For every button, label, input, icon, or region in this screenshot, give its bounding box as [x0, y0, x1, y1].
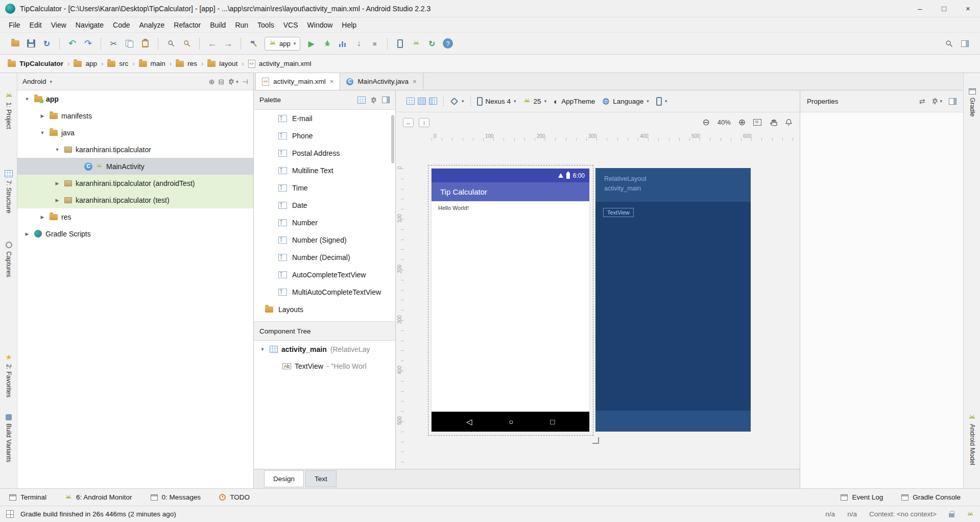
- expand-arrow-icon[interactable]: ▶: [54, 198, 61, 203]
- gradle-console-button[interactable]: Gradle Console: [901, 493, 961, 501]
- toolwindow-layout-icon[interactable]: [961, 40, 969, 47]
- stripe-captures-button[interactable]: Captures: [0, 242, 17, 277]
- palette-item-autocompletetextview[interactable]: AutoCompleteTextView: [254, 266, 395, 283]
- zoom-to-fit-icon[interactable]: [753, 119, 761, 126]
- language-select[interactable]: Language ▾: [602, 98, 649, 105]
- swap-views-button[interactable]: ⇄: [919, 97, 925, 105]
- preview-textview[interactable]: Hello World!: [438, 205, 469, 211]
- palette-settings-button[interactable]: [370, 97, 377, 104]
- pan-button[interactable]: [769, 118, 777, 127]
- tree-item-test-package[interactable]: ▶ karanhirani.tipcalculator (test): [17, 192, 253, 208]
- palette-item-date[interactable]: Date: [254, 197, 395, 214]
- maximize-button[interactable]: □: [932, 0, 956, 17]
- stripe-favorites-button[interactable]: ★ 2: Favorites: [0, 353, 17, 397]
- tab-mainactivity-java[interactable]: C MainActivity.java ×: [340, 73, 423, 90]
- theme-select[interactable]: ◐ AppTheme: [554, 97, 595, 106]
- locate-file-button[interactable]: ⊕: [209, 78, 215, 86]
- find-button[interactable]: [164, 37, 178, 51]
- undo-button[interactable]: ↶: [65, 37, 79, 51]
- terminal-button[interactable]: Terminal: [9, 493, 46, 501]
- forward-button[interactable]: →: [221, 37, 235, 51]
- menu-code[interactable]: Code: [108, 19, 134, 31]
- show-blueprint-icon[interactable]: [418, 98, 426, 105]
- breadcrumb-app[interactable]: app: [71, 60, 100, 67]
- make-project-button[interactable]: [247, 37, 260, 51]
- resize-handle[interactable]: [592, 437, 599, 444]
- messages-button[interactable]: 0: Messages: [151, 493, 201, 501]
- tab-activity-main-xml[interactable]: activity_main.xml ×: [255, 73, 340, 90]
- menu-vcs[interactable]: VCS: [279, 19, 303, 31]
- redo-button[interactable]: ↷: [81, 37, 95, 51]
- palette-scrollbar[interactable]: [391, 115, 394, 163]
- menu-analyze[interactable]: Analyze: [135, 19, 170, 31]
- breadcrumb-main[interactable]: main: [136, 60, 168, 67]
- stop-button[interactable]: ■: [368, 37, 381, 51]
- android-monitor-button[interactable]: [336, 37, 350, 51]
- zoom-out-button[interactable]: ⊖: [702, 117, 709, 128]
- tree-item-java[interactable]: ▼ java: [17, 124, 253, 141]
- menu-refactor[interactable]: Refactor: [169, 19, 205, 31]
- palette-item-number-signed[interactable]: Number (Signed): [254, 231, 395, 249]
- menu-navigate[interactable]: Navigate: [71, 19, 108, 31]
- event-log-button[interactable]: Event Log: [841, 493, 883, 501]
- component-tree-textview[interactable]: Ab TextView - "Hello Worl: [254, 358, 395, 374]
- show-design-icon[interactable]: [407, 98, 415, 105]
- palette-item-multiautocompletetextview[interactable]: MultiAutoCompleteTextView: [254, 283, 395, 301]
- notifications-button[interactable]: [785, 118, 793, 126]
- close-icon[interactable]: ×: [413, 78, 417, 85]
- stripe-build-variants-button[interactable]: Build Variants: [0, 414, 17, 462]
- breadcrumb-src[interactable]: src: [105, 60, 131, 67]
- fit-width-button[interactable]: ↔: [403, 118, 414, 127]
- panel-settings-button[interactable]: ▾: [228, 78, 238, 85]
- expand-arrow-icon[interactable]: ▼: [54, 147, 61, 152]
- debug-button[interactable]: [320, 37, 334, 51]
- screen-mode-select[interactable]: ▾: [656, 97, 667, 106]
- tree-item-manifests[interactable]: ▶ manifests: [17, 107, 253, 124]
- palette-item-number[interactable]: Number: [254, 214, 395, 231]
- gradle-sync-button[interactable]: ↻: [425, 37, 439, 51]
- orientation-select[interactable]: ▾: [450, 99, 464, 104]
- tree-item-mainactivity[interactable]: C MainActivity: [17, 158, 253, 175]
- expand-arrow-icon[interactable]: ▼: [259, 347, 266, 352]
- expand-arrow-icon[interactable]: ▶: [39, 113, 46, 118]
- expand-arrow-icon[interactable]: ▼: [39, 130, 46, 135]
- stripe-structure-button[interactable]: 7: Structure: [0, 170, 17, 213]
- palette-item-phone[interactable]: Phone: [254, 127, 395, 145]
- menu-file[interactable]: File: [4, 19, 25, 31]
- fit-height-button[interactable]: ↕: [419, 118, 429, 127]
- expand-arrow-icon[interactable]: ▶: [39, 215, 46, 220]
- menu-tools[interactable]: Tools: [253, 19, 279, 31]
- toolwindow-toggle-icon[interactable]: [6, 510, 14, 518]
- preview-content[interactable]: Hello World!: [432, 201, 589, 412]
- stripe-gradle-button[interactable]: Gradle: [964, 88, 980, 117]
- breadcrumb-activity-main-xml[interactable]: activity_main.xml: [246, 60, 314, 68]
- stripe-project-button[interactable]: 1: Project: [0, 92, 17, 129]
- device-preview[interactable]: 6:00 Tip Calculator Hello World! ◁ ○ □: [432, 169, 589, 432]
- tree-item-package[interactable]: ▼ karanhirani.tipcalculator: [17, 141, 253, 158]
- breadcrumb-tipcalculator[interactable]: TipCalculator: [5, 60, 66, 67]
- palette-category-layouts[interactable]: Layouts: [254, 301, 395, 318]
- tree-item-app[interactable]: ▼ app: [17, 90, 253, 107]
- breadcrumb-layout[interactable]: layout: [205, 60, 240, 67]
- expand-arrow-icon[interactable]: ▶: [23, 231, 31, 236]
- menu-run[interactable]: Run: [230, 19, 253, 31]
- palette-item-postal-address[interactable]: Postal Address: [254, 145, 395, 162]
- chevron-down-icon[interactable]: ▾: [50, 79, 53, 84]
- cut-button[interactable]: ✂: [107, 37, 121, 51]
- minimize-button[interactable]: –: [908, 0, 932, 17]
- tab-design[interactable]: Design: [264, 470, 304, 487]
- lock-icon[interactable]: [949, 513, 954, 517]
- copy-button[interactable]: [123, 37, 136, 51]
- api-level-select[interactable]: 25 ▾: [523, 98, 547, 105]
- run-button[interactable]: ▶: [304, 37, 318, 51]
- help-button[interactable]: ?: [443, 38, 453, 49]
- project-view-select[interactable]: Android: [22, 78, 46, 85]
- palette-view-icon[interactable]: [357, 97, 366, 104]
- palette-item-multiline-text[interactable]: Multiline Text: [254, 162, 395, 179]
- blueprint-view[interactable]: RelativeLayout activity_main TextView: [595, 168, 751, 432]
- breadcrumb-res[interactable]: res: [173, 60, 200, 67]
- open-button[interactable]: [8, 37, 22, 51]
- run-configuration-select[interactable]: app ▾: [265, 37, 300, 51]
- device-select[interactable]: Nexus 4 ▾: [477, 97, 516, 106]
- replace-button[interactable]: [180, 37, 194, 51]
